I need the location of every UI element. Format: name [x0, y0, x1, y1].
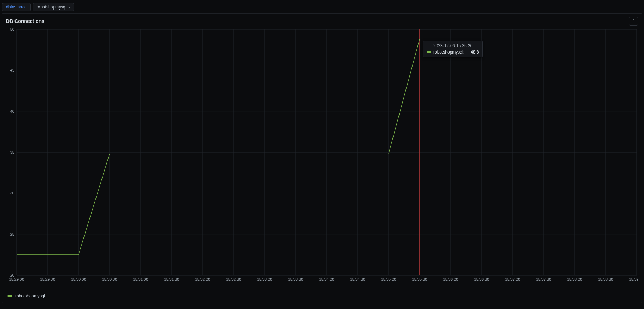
svg-text:15:37:30: 15:37:30	[536, 277, 551, 282]
svg-text:15:38:00: 15:38:00	[567, 277, 582, 282]
svg-text:15:36:30: 15:36:30	[474, 277, 489, 282]
svg-text:30: 30	[10, 191, 14, 195]
svg-text:15:33:00: 15:33:00	[257, 277, 272, 282]
svg-text:35: 35	[10, 150, 14, 154]
filter-value: robotshopmysql	[37, 5, 67, 10]
svg-text:15:39:00: 15:39:00	[629, 277, 638, 282]
filter-key: dbInstance	[6, 5, 27, 10]
filter-value-dropdown[interactable]: robotshopmysql ▾	[33, 3, 74, 11]
chart-legend[interactable]: robotshopmysql	[7, 293, 45, 298]
svg-text:15:35:30: 15:35:30	[412, 277, 427, 282]
svg-text:15:32:30: 15:32:30	[226, 277, 241, 282]
svg-text:15:37:00: 15:37:00	[505, 277, 520, 282]
svg-text:50: 50	[10, 27, 14, 31]
chart-panel: DB Connections ⋮ 2025303540455015:29:001…	[2, 13, 642, 303]
svg-text:15:36:00: 15:36:00	[443, 277, 458, 282]
chevron-down-icon: ▾	[68, 5, 70, 9]
panel-title: DB Connections	[6, 18, 44, 24]
svg-text:45: 45	[10, 68, 14, 72]
svg-text:25: 25	[10, 232, 14, 236]
panel-menu-button[interactable]: ⋮	[629, 17, 638, 26]
svg-text:15:30:00: 15:30:00	[71, 277, 86, 282]
legend-swatch	[7, 295, 12, 297]
svg-text:15:30:30: 15:30:30	[102, 277, 117, 282]
svg-text:15:31:00: 15:31:00	[133, 277, 148, 282]
svg-text:15:31:30: 15:31:30	[164, 277, 179, 282]
svg-text:15:32:00: 15:32:00	[195, 277, 210, 282]
kebab-icon: ⋮	[631, 19, 636, 24]
svg-text:15:29:30: 15:29:30	[40, 277, 55, 282]
svg-text:15:38:30: 15:38:30	[598, 277, 613, 282]
svg-text:15:34:00: 15:34:00	[319, 277, 334, 282]
legend-label: robotshopmysql	[15, 293, 45, 298]
svg-text:15:34:30: 15:34:30	[350, 277, 365, 282]
svg-text:15:29:00: 15:29:00	[9, 277, 24, 282]
svg-text:15:33:30: 15:33:30	[288, 277, 303, 282]
svg-text:40: 40	[10, 109, 14, 113]
svg-text:15:35:00: 15:35:00	[381, 277, 396, 282]
svg-text:20: 20	[10, 273, 14, 277]
filter-key-pill[interactable]: dbInstance	[2, 3, 31, 11]
chart-area[interactable]: 2025303540455015:29:0015:29:3015:30:0015…	[6, 27, 638, 284]
